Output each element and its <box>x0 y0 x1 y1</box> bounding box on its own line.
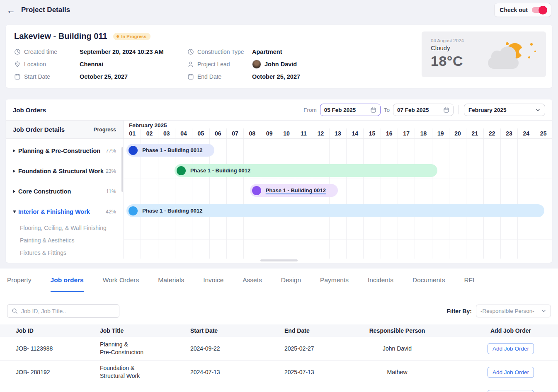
cell-job-id: JOB- 288192 <box>0 369 100 375</box>
caret-icon[interactable] <box>13 190 18 193</box>
day-label: 10 <box>278 128 295 138</box>
gantt-chart: Phase 1 - Building 0012 Phase 1 - Buildi… <box>124 139 552 259</box>
check-out-button[interactable]: Check out <box>494 3 551 17</box>
project-field: Project Lead John David <box>187 60 297 69</box>
add-job-order-button[interactable]: Add Job Order <box>488 343 534 354</box>
day-label: 17 <box>398 128 415 138</box>
caret-icon[interactable] <box>13 211 18 213</box>
cell-job-title: Planning & Pre-Construction <box>100 337 190 360</box>
field-label: Created time <box>24 48 80 55</box>
job-order-item[interactable]: Planning & Pre-Construction 77% <box>6 140 124 161</box>
field-label: End Date <box>197 73 252 80</box>
day-label: 16 <box>381 128 398 138</box>
tab-property[interactable]: Property <box>7 269 32 292</box>
day-label: 08 <box>244 128 261 138</box>
tab-materials[interactable]: Materials <box>158 269 184 292</box>
search-icon <box>12 308 18 314</box>
column-header: Responsible Person <box>331 327 463 334</box>
tab-assets[interactable]: Assets <box>243 269 262 292</box>
to-date-value: 07 Feb 2025 <box>397 107 443 113</box>
tab-invoice[interactable]: Invoice <box>203 269 223 292</box>
to-label: To <box>384 107 390 113</box>
gantt-bar[interactable]: Phase 1 - Building 0012 <box>250 184 338 197</box>
from-date-input[interactable]: 05 Feb 2025 <box>320 104 381 116</box>
project-field: Start Date October 25, 2027 <box>14 73 187 80</box>
field-value: October 25, 2027 <box>80 73 128 80</box>
weather-widget: 04 August 2024 Cloudy 18°C <box>422 31 546 77</box>
day-label: 25 <box>535 128 552 138</box>
project-field: Location Chennai <box>14 61 187 68</box>
job-order-sub-item[interactable]: Fixtures & Fittings <box>6 247 124 259</box>
chevron-down-icon <box>535 107 541 113</box>
job-order-sub-item[interactable]: Flooring, Ceiling, & Wall Finishing <box>6 222 124 234</box>
column-header: Add Job Order <box>463 327 558 334</box>
gantt-bar-label: Phase 1 - Building 0012 <box>142 208 202 214</box>
tabs-row: PropertyJob ordersWork OrdersMaterialsIn… <box>0 269 558 292</box>
avatar <box>252 60 261 69</box>
day-label: 24 <box>518 128 535 138</box>
chevron-down-icon <box>541 308 546 314</box>
phase-dot-icon <box>252 186 261 195</box>
search-input[interactable] <box>21 308 115 315</box>
gantt-bar[interactable]: Phase 1 - Building 0012 <box>126 204 544 217</box>
tab-rfi[interactable]: RFI <box>464 269 474 292</box>
day-label: 23 <box>501 128 518 138</box>
vertical-scrollbar[interactable] <box>121 147 123 192</box>
cell-responsible-person: John David <box>331 345 463 352</box>
caret-icon[interactable] <box>13 149 18 152</box>
tab-payments[interactable]: Payments <box>320 269 349 292</box>
toolbar-divider <box>459 105 459 114</box>
phase-dot-icon <box>129 206 138 215</box>
cloud-icon <box>488 57 519 69</box>
field-value: Chennai <box>80 61 103 68</box>
gantt-bar[interactable]: Phase 1 - Building 0012 <box>175 164 437 177</box>
phase-dot-icon <box>177 166 186 175</box>
back-arrow-icon[interactable]: ← <box>7 6 15 15</box>
job-order-item[interactable]: Interior & Finishing Work 42% <box>6 201 124 222</box>
filter-row: Filter By: -Responsible Person- <box>0 292 558 324</box>
day-label: 11 <box>295 128 312 138</box>
table-row: JOB- 288192 Foundation & Structural Work… <box>0 361 558 384</box>
day-label: 22 <box>484 128 501 138</box>
filter-value: -Responsible Person- <box>480 308 541 314</box>
tab-work-orders[interactable]: Work Orders <box>103 269 139 292</box>
tab-job-orders[interactable]: Job orders <box>51 269 84 292</box>
responsible-person-dropdown[interactable]: -Responsible Person- <box>476 305 551 317</box>
day-label: 21 <box>466 128 483 138</box>
job-order-sub-item[interactable]: Painting & Aesthetics <box>6 234 124 247</box>
gantt-body: Job Order Details Progress Planning & Pr… <box>6 120 552 259</box>
tab-documents[interactable]: Documents <box>412 269 445 292</box>
panel-header-title: Job Order Details <box>13 126 65 133</box>
cell-start-date: 2024-07-13 <box>190 369 284 375</box>
job-search-box[interactable] <box>7 304 119 318</box>
timeline-header: February 2025 01020304050607080910111213… <box>124 121 552 139</box>
add-job-order-button[interactable]: Add Job Order <box>488 367 534 378</box>
tab-incidents[interactable]: Incidents <box>368 269 393 292</box>
filter-by-label: Filter By: <box>446 308 472 315</box>
day-label: 09 <box>261 128 278 138</box>
cell-start-date: 2024-09-22 <box>190 345 284 352</box>
check-out-toggle[interactable] <box>532 7 546 13</box>
job-order-progress: 77% <box>106 148 116 154</box>
gantt-timeline: February 2025 01020304050607080910111213… <box>124 121 552 259</box>
to-date-input[interactable]: 07 Feb 2025 <box>393 104 454 116</box>
gantt-bar[interactable]: Phase 1 - Building 0012 <box>126 144 214 157</box>
day-label: 20 <box>449 128 466 138</box>
job-order-item[interactable]: Core Construction 11% <box>6 181 124 201</box>
calendar-icon[interactable] <box>370 107 376 113</box>
column-header: Start Date <box>190 327 284 334</box>
calendar-icon[interactable] <box>443 107 449 113</box>
caret-icon[interactable] <box>13 169 18 173</box>
tab-design[interactable]: Design <box>281 269 301 292</box>
month-select-dropdown[interactable]: February 2025 <box>464 104 545 116</box>
day-label: 19 <box>432 128 449 138</box>
field-label: Project Lead <box>197 61 252 68</box>
phase-dot-icon <box>129 146 138 155</box>
job-order-item-label: Core Construction <box>18 188 106 195</box>
job-order-item[interactable]: Foundation & Structural Work 23% <box>6 161 124 181</box>
horizontal-scrollbar[interactable] <box>260 259 298 261</box>
job-order-list: Planning & Pre-Construction 77% Foundati… <box>6 139 124 259</box>
add-job-order-button[interactable]: Add Job Order <box>488 390 534 392</box>
job-order-item-label: Planning & Pre-Construction <box>18 148 106 154</box>
job-order-details-panel: Job Order Details Progress Planning & Pr… <box>6 121 124 259</box>
